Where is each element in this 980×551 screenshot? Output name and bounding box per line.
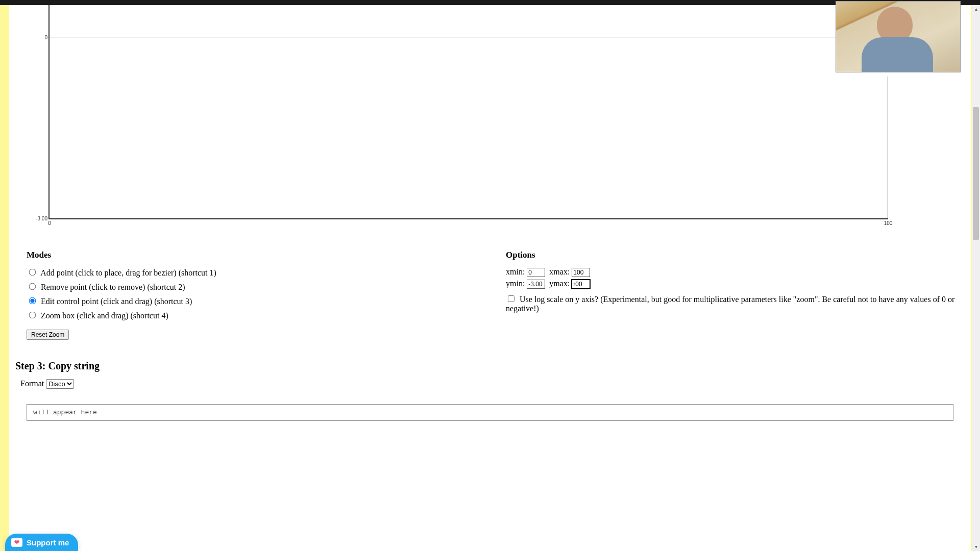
heart-icon: ❤ <box>11 538 22 547</box>
mode-edit-control[interactable]: Edit control point (click and drag) (sho… <box>27 296 485 306</box>
scroll-up-icon[interactable]: ▴ <box>972 5 980 13</box>
format-label: Format <box>20 379 44 388</box>
plot-area[interactable]: 0 -3.00 0 100 <box>26 5 965 219</box>
options-heading: Options <box>506 250 965 260</box>
mode-edit-control-radio[interactable] <box>29 297 36 305</box>
mode-add-point-label: Add point (click to place, drag for bezi… <box>40 268 216 277</box>
mode-remove-point-label: Remove point (click to remove) (shortcut… <box>41 283 185 291</box>
x-range-row: xmin: xmax: <box>506 267 965 277</box>
controls-columns: Modes Add point (click to place, drag fo… <box>15 250 965 340</box>
ymax-label: ymax: <box>549 279 570 288</box>
support-me-button[interactable]: ❤ Support me <box>5 534 78 551</box>
format-select[interactable]: Disco <box>46 379 74 389</box>
log-scale-checkbox[interactable] <box>508 295 514 302</box>
ymin-label: ymin: <box>506 279 525 288</box>
xmax-input[interactable] <box>572 268 590 277</box>
options-column: Options xmin: xmax: ymin: ymax: Use log … <box>506 250 965 340</box>
x-tick-0: 0 <box>48 220 51 226</box>
plot-axes <box>48 5 888 219</box>
mode-add-point-radio[interactable] <box>29 269 36 276</box>
xmax-label: xmax: <box>549 267 570 276</box>
mode-remove-point[interactable]: Remove point (click to remove) (shortcut… <box>27 282 485 292</box>
plot-right-border <box>888 77 888 218</box>
page-content: 0 -3.00 0 100 Modes Add point (click to … <box>9 5 971 551</box>
mode-zoom-box[interactable]: Zoom box (click and drag) (shortcut 4) <box>27 310 485 320</box>
page-scrollbar[interactable]: ▴ ▾ <box>972 5 980 551</box>
browser-chrome-bar <box>0 0 980 5</box>
xmin-label: xmin: <box>506 267 525 276</box>
step3-heading: Step 3: Copy string <box>15 360 965 372</box>
x-tick-1: 100 <box>884 220 893 226</box>
page-background: 0 -3.00 0 100 Modes Add point (click to … <box>0 5 980 551</box>
output-string-box[interactable]: will appear here <box>27 404 953 421</box>
format-row: Format Disco <box>15 379 965 389</box>
modes-column: Modes Add point (click to place, drag fo… <box>27 250 485 340</box>
ymax-input[interactable] <box>572 280 590 289</box>
ymin-input[interactable] <box>527 280 545 289</box>
y-range-row: ymin: ymax: <box>506 279 965 289</box>
log-scale-label: Use log scale on y axis? (Experimental, … <box>506 295 954 313</box>
log-scale-row: Use log scale on y axis? (Experimental, … <box>506 294 965 313</box>
y-tick-1: -3.00 <box>36 216 47 221</box>
mode-zoom-box-label: Zoom box (click and drag) (shortcut 4) <box>41 311 168 320</box>
reset-zoom-button[interactable]: Reset Zoom <box>27 330 69 340</box>
webcam-overlay <box>836 1 961 72</box>
y-tick-0: 0 <box>44 35 47 40</box>
mode-add-point[interactable]: Add point (click to place, drag for bezi… <box>27 267 485 278</box>
mode-edit-control-label: Edit control point (click and drag) (sho… <box>41 297 192 306</box>
mode-zoom-box-radio[interactable] <box>29 312 36 319</box>
support-me-label: Support me <box>27 538 69 547</box>
scroll-down-icon[interactable]: ▾ <box>972 543 980 551</box>
modes-heading: Modes <box>27 250 485 260</box>
xmin-input[interactable] <box>527 268 545 277</box>
mode-remove-point-radio[interactable] <box>29 283 36 290</box>
scrollbar-thumb[interactable] <box>973 107 979 240</box>
